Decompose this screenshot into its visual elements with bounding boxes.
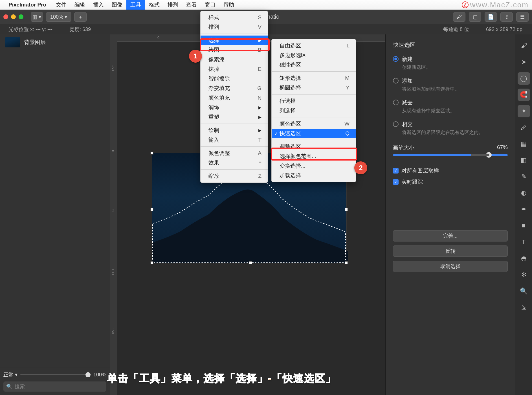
menu-item[interactable]: 多边形选区: [272, 51, 356, 60]
menubar: Pixelmator Pro 文件 编辑 插入 图像 工具 格式 排列 查看 窗…: [0, 0, 532, 10]
menu-item[interactable]: 选择颜色范围...: [272, 152, 356, 161]
refine-button[interactable]: 完善...: [393, 230, 508, 242]
layer-thumbnail: [5, 37, 20, 47]
pen-tool-icon[interactable]: ✒: [518, 203, 530, 216]
window-controls[interactable]: [3, 14, 23, 19]
menu-item[interactable]: 输入T: [201, 135, 268, 145]
deselect-button[interactable]: 取消选择: [393, 261, 508, 272]
zoom-dropdown[interactable]: 100% ▾: [46, 12, 71, 22]
menu-item[interactable]: 椭圆选择Y: [272, 83, 356, 93]
menu-format[interactable]: 格式: [145, 0, 164, 10]
shape-tool-icon[interactable]: ■: [518, 220, 530, 232]
menu-item[interactable]: 变换选择...: [272, 161, 356, 171]
select-submenu[interactable]: 自由选区L多边形选区磁性选区矩形选择M椭圆选择Y行选择列选择颜色选区W✓快速选区…: [271, 39, 356, 182]
menu-window[interactable]: 窗口: [201, 0, 219, 10]
menu-view[interactable]: 查看: [182, 0, 201, 10]
menu-item[interactable]: 矩形选择M: [272, 73, 356, 83]
menu-edit[interactable]: 编辑: [71, 0, 89, 10]
menu-item[interactable]: 重塑▶: [201, 112, 268, 122]
gradient-tool-icon[interactable]: ▦: [518, 138, 530, 150]
layer-name: 背景图层: [24, 39, 46, 46]
checkbox-icon[interactable]: ✓: [393, 168, 399, 174]
settings-icon[interactable]: ☰: [516, 12, 529, 22]
minimize-icon[interactable]: [11, 14, 16, 19]
brush-icon[interactable]: 🖌: [453, 12, 465, 22]
brush-size-value: 67%: [497, 144, 508, 152]
menu-item[interactable]: 绘图B: [201, 45, 268, 55]
doc-dimensions: 692 x 389 72 dpi: [486, 27, 524, 32]
menu-item[interactable]: 润饰▶: [201, 103, 268, 112]
menu-item[interactable]: 样式S: [201, 13, 268, 22]
checkbox-icon[interactable]: ✓: [393, 179, 399, 185]
share-icon[interactable]: ⇪: [500, 12, 513, 22]
tool-strip: 🖌 ➤ ◯ 🧲 ✦ 🖊 ▦ ◧ ✎ ◐ ✒ ■ T ◓ ✻ 🔍 ⇲: [515, 34, 532, 395]
menu-file[interactable]: 文件: [52, 0, 71, 10]
menu-item[interactable]: 抹掉E: [201, 64, 268, 74]
paint-tool-icon[interactable]: 🖊: [518, 121, 530, 134]
mode-new[interactable]: 新建创建新选区。: [393, 56, 508, 71]
layers-panel: 背景图层 正常 ▾ 100% 🔍 搜索: [0, 34, 110, 395]
menu-tools[interactable]: 工具: [126, 0, 145, 10]
zoom-tool-icon[interactable]: 🔍: [518, 285, 530, 297]
menu-image[interactable]: 图像: [108, 0, 126, 10]
live-track[interactable]: ✓实时跟踪: [393, 178, 508, 186]
crop-icon[interactable]: ▢: [469, 12, 481, 22]
color-tool-icon[interactable]: ◓: [518, 252, 530, 265]
search-icon: 🔍: [6, 383, 12, 390]
clone-tool-icon[interactable]: ◐: [518, 187, 530, 199]
brush-size-slider[interactable]: [393, 154, 508, 156]
watermark-url: www.MacZ.com: [470, 1, 529, 9]
menu-item[interactable]: 颜色选区W: [272, 119, 356, 129]
menu-item[interactable]: 缩放Z: [201, 171, 268, 181]
layer-row[interactable]: 背景图层: [0, 34, 110, 50]
menu-item[interactable]: 渐变填充G: [201, 84, 268, 93]
menu-item[interactable]: 颜色填充N: [201, 93, 268, 103]
menu-insert[interactable]: 插入: [89, 0, 108, 10]
mode-add[interactable]: 添加将区域添加到现有选择中。: [393, 77, 508, 92]
sidebar-toggle-button[interactable]: ▥ ▾: [31, 12, 43, 22]
quick-select-tool-icon[interactable]: ✦: [518, 105, 530, 117]
invert-button[interactable]: 反转: [393, 245, 508, 257]
hand-tool-icon[interactable]: ⇲: [518, 301, 530, 314]
move-tool-icon[interactable]: ➤: [518, 56, 530, 68]
menu-item[interactable]: 选择▶: [201, 36, 268, 45]
eraser-tool-icon[interactable]: ◧: [518, 154, 530, 166]
close-icon[interactable]: [3, 14, 8, 19]
text-tool-icon[interactable]: T: [518, 236, 530, 248]
tools-dropdown[interactable]: 样式S排列V选择▶绘图B像素漆抹掉E智能擦除渐变填充G颜色填充N润饰▶重塑▶绘制…: [200, 11, 268, 183]
file-icon[interactable]: 📄: [485, 12, 497, 22]
smudge-tool-icon[interactable]: ✎: [518, 170, 530, 183]
menu-item[interactable]: 颜色调整A: [201, 148, 268, 158]
menu-item[interactable]: 加载选择: [272, 171, 356, 180]
app-name: Pixelmator Pro: [8, 2, 46, 8]
radio-icon[interactable]: [393, 56, 399, 62]
menu-item[interactable]: 磁性选区: [272, 60, 356, 70]
menu-item[interactable]: 绘制▶: [201, 126, 268, 135]
zoom-icon[interactable]: [19, 14, 23, 19]
magnet-tool-icon[interactable]: 🧲: [518, 89, 530, 101]
opacity-slider[interactable]: [20, 374, 91, 375]
menu-item[interactable]: 智能擦除: [201, 74, 268, 84]
menu-item[interactable]: 效果F: [201, 158, 268, 168]
sample-all-layers[interactable]: ✓对所有图层取样: [393, 167, 508, 174]
radio-icon[interactable]: [393, 78, 399, 84]
mode-intersect[interactable]: 相交将新选区的界限限定在现有选区之内。: [393, 121, 508, 136]
menu-arrange[interactable]: 排列: [164, 0, 182, 10]
menu-item[interactable]: 像素漆: [201, 55, 268, 64]
menu-item[interactable]: ✓快速选区Q: [272, 129, 356, 138]
menu-item[interactable]: 排列V: [201, 22, 268, 32]
menu-item[interactable]: 调整选区...: [272, 142, 356, 152]
menu-item[interactable]: 行选择: [272, 96, 356, 106]
radio-icon[interactable]: [393, 121, 399, 127]
layer-search[interactable]: 🔍 搜索: [3, 381, 106, 392]
mode-subtract[interactable]: 减去从现有选择中减去区域。: [393, 99, 508, 114]
brush-tool-icon[interactable]: 🖌: [518, 40, 530, 52]
menu-item[interactable]: 列选择: [272, 106, 356, 115]
add-button[interactable]: ＋: [74, 12, 87, 22]
radio-icon[interactable]: [393, 100, 399, 105]
effects-tool-icon[interactable]: ✻: [518, 269, 530, 281]
menu-item[interactable]: 自由选区L: [272, 41, 356, 51]
blend-mode[interactable]: 正常 ▾: [3, 371, 17, 378]
menu-help[interactable]: 帮助: [219, 0, 238, 10]
marquee-tool-icon[interactable]: ◯: [518, 72, 530, 85]
